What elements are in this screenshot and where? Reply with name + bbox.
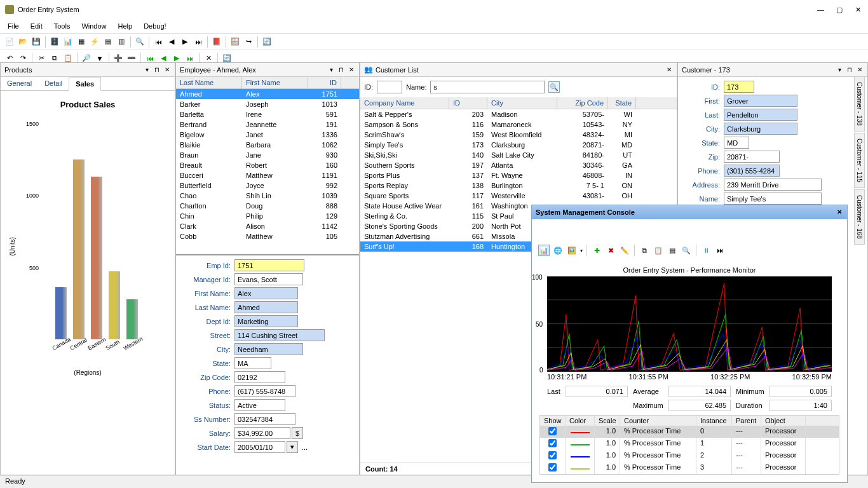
employee-row[interactable]: BigelowJanet1336	[176, 130, 359, 140]
customer-row[interactable]: Sports Plus137Ft. Wayne46808-IN	[360, 170, 677, 180]
perfmon-window[interactable]: System Management Console ✕ 📊 🌐 🖼️ ▾ ✚ ✖…	[531, 205, 848, 483]
employee-row[interactable]: CharltonDoug888	[176, 201, 359, 211]
emp-field-manager_id[interactable]	[234, 273, 303, 285]
name-filter-input[interactable]	[430, 81, 545, 93]
close-button[interactable]: ✕	[855, 6, 863, 13]
menu-file[interactable]: File	[8, 22, 19, 30]
pm-zoom-icon[interactable]: 🔍	[681, 245, 692, 256]
employee-row[interactable]: BlaikieBarbara1062	[176, 140, 359, 150]
cust-field[interactable]	[724, 193, 822, 205]
pm-show-checkbox[interactable]	[548, 451, 557, 459]
tb-zoom-icon[interactable]: 🔍	[134, 36, 146, 48]
employee-row[interactable]: ClarkAlison1142	[176, 221, 359, 231]
tab-sales[interactable]: Sales	[69, 77, 101, 91]
pm-pause-icon[interactable]: ⏸	[700, 245, 712, 256]
employee-dropdown-icon[interactable]: ▾	[327, 66, 335, 74]
emp-field-zip[interactable]	[234, 371, 285, 383]
pm-step-icon[interactable]: ⏭	[714, 245, 726, 256]
employee-pin-icon[interactable]: ⊓	[337, 66, 345, 74]
products-close-icon[interactable]: ✕	[163, 66, 171, 74]
pm-globe-icon[interactable]: 🌐	[552, 245, 564, 256]
employee-row[interactable]: ChaoShih Lin1039	[176, 191, 359, 201]
cust-field[interactable]	[724, 109, 797, 121]
emp-field-last_name[interactable]	[234, 301, 298, 313]
pm-paste-icon[interactable]: 📋	[653, 245, 664, 256]
tb-refresh-icon[interactable]: 🔄	[261, 36, 273, 48]
emp-field-dept_id[interactable]	[234, 315, 298, 327]
tb-first-icon[interactable]: ⏮	[153, 36, 164, 48]
custdetail-dropdown-icon[interactable]: ▾	[836, 66, 843, 74]
pm-copy-icon[interactable]: ⧉	[639, 245, 650, 256]
emp-field-emp_id[interactable]	[234, 259, 304, 271]
pm-counter-row[interactable]: 1.0% Processor Time1---Processor	[540, 438, 839, 450]
id-filter-input[interactable]	[377, 81, 402, 93]
tb-window-icon[interactable]: 🪟	[229, 36, 241, 48]
cust-field[interactable]	[724, 165, 780, 177]
salary-btn[interactable]: $	[292, 427, 303, 439]
emp-field-first_name[interactable]	[234, 287, 298, 299]
emp-field-phone[interactable]	[234, 385, 295, 397]
side-tab-138[interactable]: Customer - 138	[854, 76, 865, 132]
filter-go-button[interactable]: 🔍	[548, 81, 560, 93]
pm-view-icon[interactable]: 📊	[538, 245, 550, 256]
tb-next-icon[interactable]: ▶	[179, 36, 191, 48]
custlist-close-icon[interactable]: ✕	[665, 66, 673, 74]
minimize-button[interactable]: —	[817, 6, 825, 13]
emp-field-ss_number[interactable]	[234, 413, 295, 425]
customer-row[interactable]: Salt & Pepper's203Madison53705-WI	[360, 109, 677, 119]
emp-field-street[interactable]	[234, 329, 325, 341]
tb-exit-icon[interactable]: ↪	[243, 36, 254, 48]
tb-new-icon[interactable]: 📄	[4, 36, 15, 48]
pm-remove-icon[interactable]: ✖	[605, 245, 616, 256]
custdetail-close-icon[interactable]: ✕	[856, 66, 864, 74]
tb-save-icon[interactable]: 💾	[31, 36, 42, 48]
menu-window[interactable]: Window	[81, 22, 106, 30]
tb-last-icon[interactable]: ⏭	[193, 36, 204, 48]
customer-row[interactable]: Ski,Ski,Ski140Salt Lake City84180-UT	[360, 150, 677, 160]
employee-row[interactable]: ButterfieldJoyce992	[176, 180, 359, 191]
date-picker-btn[interactable]: ▾	[287, 441, 298, 453]
emp-field-status[interactable]	[234, 399, 285, 411]
employee-row[interactable]: BreaultRobert160	[176, 160, 359, 170]
employee-close-icon[interactable]: ✕	[348, 66, 355, 74]
pm-edit-icon[interactable]: ✏️	[619, 245, 630, 256]
customer-row[interactable]: Southern Sports197Atlanta30346-GA	[360, 160, 677, 170]
emp-field-salary[interactable]	[234, 427, 290, 439]
cust-field[interactable]	[724, 137, 749, 149]
employee-row[interactable]: ChinPhilip129	[176, 211, 359, 221]
cust-field[interactable]	[724, 151, 780, 163]
tb-db-icon[interactable]: 🗄️	[49, 36, 60, 48]
pm-counter-row[interactable]: 1.0% Processor Time0---Processor	[540, 426, 839, 438]
pm-show-checkbox[interactable]	[548, 463, 557, 471]
custlist-col[interactable]: City	[487, 97, 557, 109]
emp-field-state[interactable]	[234, 357, 271, 369]
custlist-col[interactable]: Company Name	[360, 97, 449, 109]
pm-image-icon[interactable]: 🖼️	[566, 245, 578, 256]
tb-prev-icon[interactable]: ◀	[166, 36, 177, 48]
employee-row[interactable]: BraunJane930	[176, 150, 359, 160]
tb-open-icon[interactable]: 📂	[17, 36, 29, 48]
employee-row[interactable]: BarlettaIrene591	[176, 109, 359, 119]
emp-field-city[interactable]	[234, 343, 303, 355]
employee-row[interactable]: AhmedAlex1751	[176, 89, 359, 99]
pm-show-checkbox[interactable]	[548, 439, 557, 447]
side-tab-168[interactable]: Customer - 168	[854, 189, 865, 245]
customer-row[interactable]: Sampson & Sons116Mamaroneck10543-NY	[360, 119, 677, 130]
tb-table-icon[interactable]: ▦	[76, 36, 87, 48]
perfmon-close-icon[interactable]: ✕	[836, 208, 843, 216]
tb-chart-icon[interactable]: 📊	[62, 36, 74, 48]
employee-row[interactable]: BucceriMatthew1191	[176, 170, 359, 180]
emp-field-start_date[interactable]	[234, 441, 285, 453]
pm-counter-row[interactable]: 1.0% Processor Time2---Processor	[540, 450, 839, 462]
customer-row[interactable]: Simply Tee's173Clarksburg20871-MD	[360, 140, 677, 150]
cust-field[interactable]	[724, 81, 754, 93]
custdetail-pin-icon[interactable]: ⊓	[846, 66, 853, 74]
customer-row[interactable]: ScrimShaw's159West Bloomfield48324-MI	[360, 130, 677, 140]
employee-grid[interactable]: AhmedAlex1751BarkerJoseph1013BarlettaIre…	[176, 89, 359, 254]
cust-field[interactable]	[724, 179, 822, 191]
pm-show-checkbox[interactable]	[548, 427, 557, 435]
employee-row[interactable]: BarkerJoseph1013	[176, 99, 359, 109]
employee-row[interactable]: BertrandJeannette191	[176, 119, 359, 130]
menu-debug[interactable]: Debug!	[144, 22, 166, 30]
col-firstname[interactable]: First Name	[242, 77, 308, 88]
